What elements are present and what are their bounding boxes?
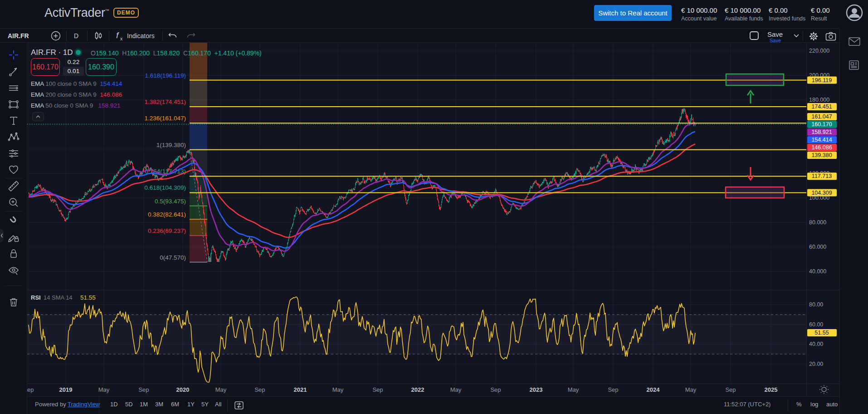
svg-text:Sep: Sep (725, 386, 736, 393)
svg-text:May: May (215, 386, 227, 393)
svg-text:Sep: Sep (372, 386, 383, 393)
svg-text:0.5(93.475): 0.5(93.475) (155, 198, 186, 205)
svg-text:2020: 2020 (176, 386, 190, 393)
svg-text:0.236(69.237): 0.236(69.237) (148, 227, 186, 234)
svg-text:0.618(104.309): 0.618(104.309) (144, 184, 186, 191)
svg-text:0.382(82.641): 0.382(82.641) (148, 211, 186, 218)
svg-text:196.119: 196.119 (812, 77, 832, 84)
svg-text:Sep: Sep (27, 386, 34, 393)
svg-text:161.047: 161.047 (811, 113, 832, 120)
svg-text:2024: 2024 (647, 386, 660, 393)
svg-text:May: May (450, 386, 462, 393)
svg-text:139.380: 139.380 (811, 152, 832, 158)
svg-text:May: May (332, 386, 344, 393)
svg-text:51.55: 51.55 (814, 330, 829, 336)
svg-text:160.170: 160.170 (811, 121, 832, 128)
svg-text:51.55: 51.55 (80, 294, 96, 301)
svg-text:2025: 2025 (765, 386, 778, 393)
svg-text:180.000: 180.000 (809, 97, 829, 103)
svg-text:1.382(174.451): 1.382(174.451) (144, 99, 186, 105)
svg-text:220.000: 220.000 (809, 48, 829, 54)
svg-text:0(47.570): 0(47.570) (160, 254, 186, 261)
svg-text:May: May (685, 386, 697, 393)
svg-text:104.309: 104.309 (811, 190, 832, 196)
svg-text:1.236(161.047): 1.236(161.047) (144, 115, 186, 122)
svg-text:Sep: Sep (138, 386, 149, 393)
svg-text:2019: 2019 (59, 386, 73, 393)
svg-text:20.00: 20.00 (809, 361, 823, 367)
svg-text:154.414: 154.414 (811, 137, 832, 143)
svg-text:1(139.380): 1(139.380) (156, 142, 186, 148)
svg-text:174.451: 174.451 (811, 104, 832, 110)
svg-text:14 SMA 14: 14 SMA 14 (44, 294, 73, 301)
svg-text:146.086: 146.086 (811, 144, 832, 151)
svg-text:May: May (568, 386, 579, 393)
svg-text:40.000: 40.000 (809, 268, 826, 275)
svg-text:2022: 2022 (411, 386, 424, 393)
svg-text:f: f (116, 30, 119, 40)
svg-text:40.00: 40.00 (809, 341, 823, 347)
svg-text:117.713: 117.713 (812, 173, 832, 179)
svg-text:158.921: 158.921 (811, 129, 832, 135)
svg-text:1.618(196.119): 1.618(196.119) (145, 72, 186, 79)
svg-text:Sep: Sep (490, 386, 501, 393)
svg-text:60.000: 60.000 (809, 244, 826, 250)
svg-text:60.00: 60.00 (809, 321, 823, 328)
svg-text:May: May (98, 386, 110, 393)
svg-text:2021: 2021 (294, 386, 307, 393)
svg-text:80.00: 80.00 (809, 301, 823, 308)
svg-text:x: x (120, 36, 123, 41)
svg-text:2023: 2023 (530, 386, 543, 393)
svg-text:80.000: 80.000 (809, 219, 826, 226)
svg-text:Sep: Sep (254, 386, 265, 393)
svg-text:RSI: RSI (31, 294, 41, 301)
svg-text:Sep: Sep (608, 386, 618, 393)
